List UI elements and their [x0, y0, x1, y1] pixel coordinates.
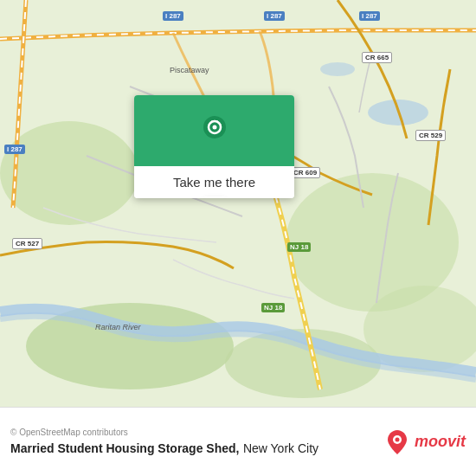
moovit-pin-icon	[383, 428, 411, 456]
highway-badge-i287-4: I 287	[4, 145, 25, 154]
highway-badge-nj18-1: NJ 18	[287, 242, 311, 252]
highway-badge-nj18-2: NJ 18	[261, 303, 285, 312]
popup-tail	[204, 196, 225, 198]
popup-green-bg	[134, 95, 294, 166]
highway-badge-cr665: CR 665	[362, 52, 392, 63]
map-svg	[0, 0, 476, 407]
take-me-there-button[interactable]: Take me there	[134, 166, 294, 198]
footer-text-block: © OpenStreetMap contributors Married Stu…	[10, 428, 383, 456]
map-attribution: © OpenStreetMap contributors	[10, 428, 383, 437]
location-pin-icon	[196, 113, 234, 151]
highway-badge-i287-2: I 287	[264, 11, 285, 21]
map-view: I 287 I 287 I 287 I 287 CR 665 CR 529 CR…	[0, 0, 476, 407]
svg-point-1	[0, 121, 138, 225]
svg-point-7	[320, 62, 355, 76]
moovit-logo: moovit	[383, 428, 466, 456]
location-popup: Take me there	[134, 95, 294, 198]
highway-badge-cr527: CR 527	[12, 238, 42, 249]
highway-badge-i287-3: I 287	[359, 11, 380, 21]
location-name: Married Student Housing Storage Shed,	[10, 441, 239, 455]
location-city: New York City	[243, 441, 318, 455]
highway-badge-i287-1: I 287	[163, 11, 183, 21]
highway-badge-cr609: CR 609	[290, 167, 320, 178]
svg-point-12	[212, 125, 216, 130]
footer-bar: © OpenStreetMap contributors Married Stu…	[0, 407, 476, 476]
highway-badge-cr529: CR 529	[415, 130, 446, 141]
footer-location: Married Student Housing Storage Shed, Ne…	[10, 441, 383, 456]
svg-point-14	[395, 437, 399, 441]
moovit-brand-text: moovit	[415, 433, 466, 451]
